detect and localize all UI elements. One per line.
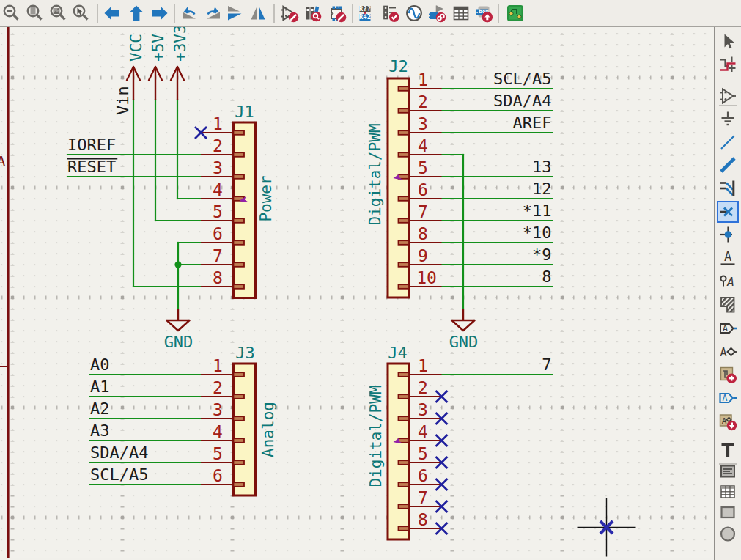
pin-number: 1 — [418, 356, 428, 375]
net-label[interactable]: SCL/A5 — [493, 70, 551, 88]
pin-slot — [399, 240, 410, 245]
netclass-directive-tool-button[interactable]: A — [718, 272, 737, 291]
zoom-out-button[interactable] — [2, 4, 21, 23]
net-label[interactable]: A3 — [90, 421, 110, 440]
symbol-editor-button[interactable] — [280, 4, 299, 23]
net-label[interactable]: AREF — [513, 114, 552, 132]
wire-tool-button[interactable] — [718, 133, 737, 152]
net-label[interactable]: SDA/A4 — [493, 92, 551, 110]
net-label[interactable]: A0 — [90, 355, 110, 374]
mirror-vertical-button[interactable] — [226, 4, 245, 23]
simulator-button[interactable] — [405, 4, 424, 23]
toolbar-separator — [97, 4, 98, 23]
junction-tool-button[interactable] — [718, 225, 737, 244]
pin-number: 8 — [418, 510, 428, 529]
net-label[interactable]: SCL/A5 — [90, 465, 148, 484]
net-label[interactable]: Vin — [114, 86, 132, 115]
nav-left-button[interactable] — [103, 4, 122, 23]
zoom-fit-button[interactable] — [49, 4, 68, 23]
circle-tool-icon — [718, 524, 737, 543]
nav-left-icon — [103, 4, 122, 23]
pin-number: 5 — [213, 202, 223, 221]
import-hier-label-tool-button[interactable]: A — [718, 412, 737, 431]
pin-slot — [399, 218, 410, 223]
connector-value: Analog — [259, 402, 277, 457]
mirror-horizontal-button[interactable] — [248, 4, 268, 23]
pin-number: 1 — [213, 114, 223, 133]
net-label[interactable]: RESET — [67, 158, 116, 176]
library-browser-button[interactable] — [303, 4, 322, 23]
bom-button[interactable]: .bom — [474, 4, 493, 23]
symbol-editor-icon — [280, 4, 299, 23]
highlight-net-tool-button[interactable] — [718, 55, 737, 74]
place-symbol-tool-button[interactable] — [718, 86, 737, 106]
hier-pin-tool-button[interactable]: A — [718, 342, 737, 361]
toolbar-separator — [352, 4, 353, 23]
net-label[interactable]: A1 — [90, 377, 110, 396]
pin-number: 1 — [418, 70, 428, 89]
pin-slot — [399, 482, 410, 487]
footprint-editor-button[interactable] — [328, 4, 347, 23]
net-label[interactable]: 12 — [532, 180, 552, 198]
global-label-tool-button[interactable]: A — [718, 388, 737, 408]
pin-number: 5 — [213, 444, 223, 463]
rectangle-tool-button[interactable] — [718, 503, 737, 522]
net-label[interactable]: IOREF — [67, 136, 116, 154]
pin-slot — [234, 284, 245, 289]
net-label[interactable]: *10 — [523, 224, 552, 242]
pin-slot — [399, 152, 410, 157]
schematic-canvas[interactable]: AVCC+5V+3V3GNDGNDJ1Power12345678J2Digita… — [0, 27, 714, 558]
junction-dot[interactable] — [174, 261, 181, 268]
hier-label-tool-button[interactable]: A — [718, 319, 737, 338]
zoom-page-button[interactable] — [26, 4, 45, 23]
pin-slot — [234, 174, 245, 179]
net-label[interactable]: 8 — [542, 268, 551, 286]
bus-entry-tool-button[interactable] — [718, 179, 737, 198]
nav-right-button[interactable] — [150, 4, 169, 23]
nav-right-icon — [150, 4, 169, 23]
erc-button[interactable] — [381, 4, 400, 23]
bus-tool-button[interactable] — [718, 155, 737, 174]
undo-button[interactable] — [180, 4, 199, 23]
net-label[interactable]: *11 — [523, 202, 552, 220]
table-tool-button[interactable] — [718, 482, 737, 501]
place-symbol-tool-icon — [718, 86, 737, 106]
fields-table-button[interactable] — [451, 4, 471, 23]
text-box-tool-button[interactable] — [718, 462, 737, 481]
mirror-horizontal-icon — [248, 4, 268, 23]
connector-value: Power — [257, 175, 275, 221]
annotate-button[interactable]: R??R42 — [358, 4, 377, 23]
noconnect-tool-button[interactable] — [718, 202, 737, 221]
pin-slot — [399, 372, 410, 377]
pin-slot — [399, 262, 410, 267]
pin-slot — [234, 482, 245, 487]
pcb-editor-button[interactable] — [506, 4, 525, 23]
kicad-window: R??R42.bom AVCC+5V+3V3GNDGNDJ1Power12345… — [0, 0, 741, 560]
wire-tool-icon — [718, 133, 737, 152]
select-tool-button[interactable] — [718, 32, 737, 51]
circle-tool-button[interactable] — [718, 524, 737, 543]
pin-number: 3 — [213, 400, 223, 419]
redo-button[interactable] — [203, 4, 222, 23]
zoom-selection-button[interactable] — [72, 4, 91, 23]
net-label[interactable]: A2 — [90, 399, 110, 418]
pin-number: 2 — [418, 378, 428, 397]
pin-number: 7 — [213, 246, 223, 265]
net-label[interactable]: SDA/A4 — [90, 443, 148, 462]
nav-up-button[interactable] — [127, 4, 146, 23]
net-label[interactable]: *9 — [532, 246, 552, 264]
assign-footprints-button[interactable] — [427, 4, 446, 23]
net-label-tool-button[interactable]: A — [718, 248, 737, 268]
import-sheet-pin-tool-button[interactable] — [718, 365, 737, 384]
netclass-directive-tool-icon: A — [718, 272, 737, 291]
pin-number: 6 — [418, 180, 428, 199]
net-label[interactable]: 13 — [532, 158, 552, 176]
text-tool-button[interactable] — [718, 441, 737, 460]
place-power-tool-button[interactable] — [718, 109, 737, 128]
bus-entry-tool-icon — [718, 179, 737, 198]
nav-up-icon — [127, 4, 146, 23]
hier-sheet-tool-button[interactable] — [718, 295, 737, 314]
pin-slot — [399, 108, 410, 113]
net-label[interactable]: 7 — [542, 355, 551, 374]
redo-icon — [203, 4, 222, 23]
